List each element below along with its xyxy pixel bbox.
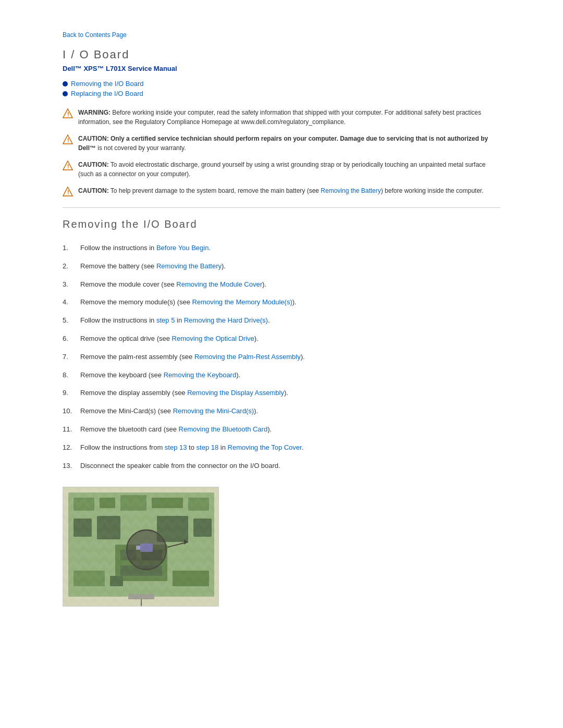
step-10: 10. Remove the Mini-Card(s) (see Removin…	[63, 406, 500, 417]
step-content-5: Follow the instructions in step 5 in Rem…	[80, 315, 500, 326]
step-num-2: 2.	[63, 261, 77, 272]
svg-text:!: !	[67, 111, 69, 117]
step-2: 2. Remove the battery (see Removing the …	[63, 261, 500, 272]
step-content-10: Remove the Mini-Card(s) (see Removing th…	[80, 406, 500, 417]
svg-rect-29	[110, 576, 123, 586]
caution-notice-3: ! CAUTION: To help prevent damage to the…	[63, 186, 500, 197]
step3-link[interactable]: Removing the Module Cover	[176, 280, 262, 288]
step11-link[interactable]: Removing the Bluetooth Card	[179, 425, 268, 433]
page-subtitle: Dell™ XPS™ L701X Service Manual	[63, 65, 500, 72]
caution-icon-2: !	[63, 161, 73, 171]
step-content-9: Remove the display assembly (see Removin…	[80, 388, 500, 399]
back-to-contents-link[interactable]: Back to Contents Page	[63, 31, 500, 39]
step-num-4: 4.	[63, 297, 77, 308]
caution-text-2: CAUTION: To avoid electrostatic discharg…	[78, 160, 500, 179]
toc-link-removing[interactable]: Removing the I/O Board	[71, 80, 143, 88]
svg-rect-25	[136, 546, 140, 550]
svg-rect-31	[128, 594, 154, 599]
step6-link[interactable]: Removing the Optical Drive	[172, 335, 254, 342]
step-num-1: 1.	[63, 243, 77, 254]
step-5: 5. Follow the instructions in step 5 in …	[63, 315, 500, 326]
step-1: 1. Follow the instructions in Before You…	[63, 243, 500, 254]
step-content-4: Remove the memory module(s) (see Removin…	[80, 297, 500, 308]
step-num-5: 5.	[63, 315, 77, 326]
step12-link1[interactable]: step 13	[165, 443, 187, 451]
step-num-11: 11.	[63, 424, 77, 435]
steps-list: 1. Follow the instructions in Before You…	[63, 243, 500, 471]
step-11: 11. Remove the bluetooth card (see Remov…	[63, 424, 500, 435]
svg-rect-16	[97, 516, 120, 539]
step10-link[interactable]: Removing the Mini-Card(s)	[173, 407, 254, 415]
svg-rect-24	[140, 544, 153, 552]
toc-item-removing: Removing the I/O Board	[63, 80, 500, 88]
pcb-diagram	[63, 487, 219, 607]
warning-notice: ! WARNING: Before working inside your co…	[63, 108, 500, 127]
step8-link[interactable]: Removing the Keyboard	[164, 371, 236, 379]
step-content-2: Remove the battery (see Removing the Bat…	[80, 261, 500, 272]
step-content-11: Remove the bluetooth card (see Removing …	[80, 424, 500, 435]
step-content-1: Follow the instructions in Before You Be…	[80, 243, 500, 254]
svg-rect-11	[100, 498, 115, 508]
step-content-12: Follow the instructions from step 13 to …	[80, 442, 500, 453]
step5-link1[interactable]: step 5	[156, 316, 175, 324]
step1-link[interactable]: Before You Begin	[156, 244, 209, 252]
step7-link[interactable]: Removing the Palm-Rest Assembly	[194, 353, 301, 361]
step-num-13: 13.	[63, 461, 77, 472]
svg-rect-22	[120, 565, 162, 576]
svg-rect-10	[74, 498, 94, 511]
caution-battery-link[interactable]: Removing the Battery	[321, 187, 381, 194]
svg-rect-13	[152, 498, 183, 508]
step4-link[interactable]: Removing the Memory Module(s)	[192, 298, 292, 306]
step-num-12: 12.	[63, 442, 77, 453]
toc-link-replacing[interactable]: Replacing the I/O Board	[71, 90, 143, 97]
step-12: 12. Follow the instructions from step 13…	[63, 442, 500, 453]
pcb-image-container	[63, 487, 500, 607]
step-num-3: 3.	[63, 279, 77, 290]
step-4: 4. Remove the memory module(s) (see Remo…	[63, 297, 500, 308]
svg-rect-9	[68, 492, 214, 597]
svg-rect-17	[157, 516, 188, 542]
caution-notice-2: ! CAUTION: To avoid electrostatic discha…	[63, 160, 500, 179]
step-9: 9. Remove the display assembly (see Remo…	[63, 388, 500, 399]
warning-text: WARNING: Before working inside your comp…	[78, 108, 500, 127]
toc-list: Removing the I/O Board Replacing the I/O…	[63, 80, 500, 97]
step-content-8: Remove the keyboard (see Removing the Ke…	[80, 370, 500, 381]
step-num-6: 6.	[63, 334, 77, 344]
caution-text-1: CAUTION: Only a certified service techni…	[78, 134, 500, 153]
step-content-3: Remove the module cover (see Removing th…	[80, 279, 500, 290]
caution-icon-1: !	[63, 134, 73, 145]
step-6: 6. Remove the optical drive (see Removin…	[63, 334, 500, 344]
svg-rect-20	[120, 550, 136, 560]
bullet-icon-2	[63, 91, 68, 96]
svg-rect-19	[115, 545, 167, 581]
caution-text-3: CAUTION: To help prevent damage to the s…	[78, 186, 484, 195]
svg-text:!: !	[67, 189, 69, 195]
svg-point-23	[127, 530, 166, 570]
step9-link[interactable]: Removing the Display Assembly	[187, 389, 284, 397]
step5-link2[interactable]: Removing the Hard Drive(s)	[184, 316, 268, 324]
step-num-9: 9.	[63, 388, 77, 399]
svg-rect-15	[74, 519, 92, 537]
step-num-7: 7.	[63, 352, 77, 363]
step12-link3[interactable]: Removing the Top Cover	[228, 443, 302, 451]
step-content-6: Remove the optical drive (see Removing t…	[80, 334, 500, 344]
step-8: 8. Remove the keyboard (see Removing the…	[63, 370, 500, 381]
pcb-svg	[63, 487, 219, 607]
svg-rect-14	[188, 498, 209, 511]
svg-rect-21	[141, 550, 162, 560]
step2-link[interactable]: Removing the Battery	[156, 262, 222, 270]
svg-rect-8	[63, 487, 219, 607]
toc-item-replacing: Replacing the I/O Board	[63, 90, 500, 97]
svg-marker-27	[184, 539, 188, 545]
page-title: I / O Board	[63, 48, 500, 61]
step12-link2[interactable]: step 18	[197, 443, 219, 451]
svg-rect-12	[120, 495, 146, 511]
step-num-8: 8.	[63, 370, 77, 381]
warning-icon: !	[63, 108, 73, 119]
svg-text:!: !	[67, 137, 69, 143]
svg-line-26	[167, 542, 188, 547]
step-num-10: 10.	[63, 406, 77, 417]
caution-notice-1: ! CAUTION: Only a certified service tech…	[63, 134, 500, 153]
step-content-13: Disconnect the speaker cable from the co…	[80, 461, 500, 472]
step-13: 13. Disconnect the speaker cable from th…	[63, 461, 500, 472]
